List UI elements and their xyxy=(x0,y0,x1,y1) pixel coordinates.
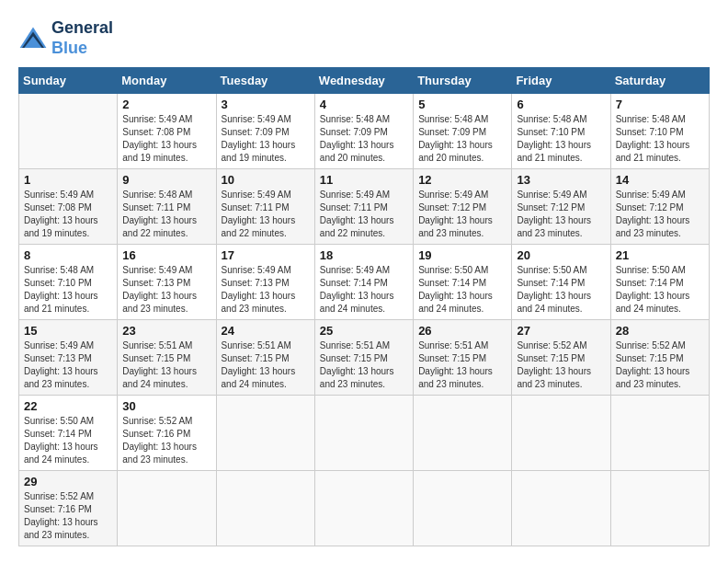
header-row: SundayMondayTuesdayWednesdayThursdayFrid… xyxy=(19,68,710,94)
calendar-week-3: 15Sunrise: 5:49 AM Sunset: 7:13 PM Dayli… xyxy=(19,320,710,396)
calendar-cell xyxy=(512,396,610,471)
day-number: 11 xyxy=(320,173,408,187)
day-info: Sunrise: 5:49 AM Sunset: 7:14 PM Dayligh… xyxy=(320,264,408,316)
column-header-sunday: Sunday xyxy=(19,68,118,94)
calendar-week-5: 29Sunrise: 5:52 AM Sunset: 7:16 PM Dayli… xyxy=(19,471,710,546)
day-info: Sunrise: 5:51 AM Sunset: 7:15 PM Dayligh… xyxy=(222,339,310,391)
day-number: 26 xyxy=(418,324,506,338)
day-number: 8 xyxy=(24,248,112,262)
calendar-cell: 21Sunrise: 5:50 AM Sunset: 7:14 PM Dayli… xyxy=(610,245,709,320)
day-info: Sunrise: 5:51 AM Sunset: 7:15 PM Dayligh… xyxy=(320,339,408,391)
day-number: 17 xyxy=(222,248,310,262)
day-info: Sunrise: 5:48 AM Sunset: 7:09 PM Dayligh… xyxy=(320,113,408,165)
day-info: Sunrise: 5:49 AM Sunset: 7:13 PM Dayligh… xyxy=(24,339,112,391)
day-number: 3 xyxy=(222,98,310,111)
day-info: Sunrise: 5:49 AM Sunset: 7:11 PM Dayligh… xyxy=(320,189,408,240)
day-info: Sunrise: 5:52 AM Sunset: 7:15 PM Dayligh… xyxy=(616,339,704,391)
day-info: Sunrise: 5:49 AM Sunset: 7:09 PM Dayligh… xyxy=(222,113,310,165)
column-header-monday: Monday xyxy=(118,68,216,94)
day-number: 13 xyxy=(517,173,605,187)
day-number: 6 xyxy=(517,98,605,111)
day-info: Sunrise: 5:51 AM Sunset: 7:15 PM Dayligh… xyxy=(122,339,210,391)
calendar-cell xyxy=(414,396,512,471)
day-number: 20 xyxy=(517,248,605,262)
calendar-cell: 3Sunrise: 5:49 AM Sunset: 7:09 PM Daylig… xyxy=(216,94,314,169)
calendar-cell xyxy=(414,471,512,546)
calendar-cell xyxy=(610,471,709,546)
day-number: 24 xyxy=(222,324,310,338)
day-info: Sunrise: 5:48 AM Sunset: 7:10 PM Dayligh… xyxy=(517,113,605,165)
day-number: 5 xyxy=(418,98,506,111)
calendar-cell xyxy=(512,471,610,546)
calendar-cell: 23Sunrise: 5:51 AM Sunset: 7:15 PM Dayli… xyxy=(118,320,216,396)
calendar-cell: 18Sunrise: 5:49 AM Sunset: 7:14 PM Dayli… xyxy=(314,245,413,320)
day-info: Sunrise: 5:49 AM Sunset: 7:11 PM Dayligh… xyxy=(222,189,310,240)
logo: General Blue xyxy=(18,18,113,58)
column-header-friday: Friday xyxy=(512,68,610,94)
calendar-cell: 6Sunrise: 5:48 AM Sunset: 7:10 PM Daylig… xyxy=(512,94,610,169)
calendar-cell: 9Sunrise: 5:48 AM Sunset: 7:11 PM Daylig… xyxy=(118,169,216,245)
calendar-cell: 7Sunrise: 5:48 AM Sunset: 7:10 PM Daylig… xyxy=(610,94,709,169)
day-info: Sunrise: 5:52 AM Sunset: 7:15 PM Dayligh… xyxy=(517,339,605,391)
calendar-week-4: 22Sunrise: 5:50 AM Sunset: 7:14 PM Dayli… xyxy=(19,396,710,471)
calendar-cell xyxy=(19,94,118,169)
day-info: Sunrise: 5:50 AM Sunset: 7:14 PM Dayligh… xyxy=(517,264,605,316)
calendar-cell: 20Sunrise: 5:50 AM Sunset: 7:14 PM Dayli… xyxy=(512,245,610,320)
column-header-saturday: Saturday xyxy=(610,68,709,94)
column-header-thursday: Thursday xyxy=(414,68,512,94)
day-info: Sunrise: 5:49 AM Sunset: 7:12 PM Dayligh… xyxy=(418,189,506,240)
calendar-header: SundayMondayTuesdayWednesdayThursdayFrid… xyxy=(19,68,710,94)
day-info: Sunrise: 5:48 AM Sunset: 7:09 PM Dayligh… xyxy=(418,113,506,165)
day-number: 18 xyxy=(320,248,408,262)
calendar-cell: 11Sunrise: 5:49 AM Sunset: 7:11 PM Dayli… xyxy=(314,169,413,245)
day-info: Sunrise: 5:49 AM Sunset: 7:12 PM Dayligh… xyxy=(517,189,605,240)
calendar-cell: 25Sunrise: 5:51 AM Sunset: 7:15 PM Dayli… xyxy=(314,320,413,396)
day-info: Sunrise: 5:51 AM Sunset: 7:15 PM Dayligh… xyxy=(418,339,506,391)
day-number: 16 xyxy=(122,248,210,262)
day-number: 4 xyxy=(320,98,408,111)
page-header: General Blue xyxy=(18,18,710,58)
calendar-cell: 1Sunrise: 5:49 AM Sunset: 7:08 PM Daylig… xyxy=(19,169,118,245)
day-info: Sunrise: 5:50 AM Sunset: 7:14 PM Dayligh… xyxy=(616,264,704,316)
calendar-cell: 4Sunrise: 5:48 AM Sunset: 7:09 PM Daylig… xyxy=(314,94,413,169)
calendar-body: 2Sunrise: 5:49 AM Sunset: 7:08 PM Daylig… xyxy=(19,94,710,546)
day-number: 15 xyxy=(24,324,112,338)
day-number: 30 xyxy=(122,399,210,413)
day-number: 23 xyxy=(122,324,210,338)
calendar-cell: 28Sunrise: 5:52 AM Sunset: 7:15 PM Dayli… xyxy=(610,320,709,396)
logo-icon xyxy=(18,26,48,52)
calendar-cell xyxy=(118,471,216,546)
day-info: Sunrise: 5:48 AM Sunset: 7:10 PM Dayligh… xyxy=(24,264,112,316)
calendar-cell: 27Sunrise: 5:52 AM Sunset: 7:15 PM Dayli… xyxy=(512,320,610,396)
calendar-cell xyxy=(314,471,413,546)
day-number: 2 xyxy=(122,98,210,111)
logo-text: General Blue xyxy=(51,18,113,58)
day-info: Sunrise: 5:49 AM Sunset: 7:08 PM Dayligh… xyxy=(122,113,210,165)
day-number: 22 xyxy=(24,399,112,413)
day-number: 14 xyxy=(616,173,704,187)
calendar-cell: 10Sunrise: 5:49 AM Sunset: 7:11 PM Dayli… xyxy=(216,169,314,245)
day-number: 10 xyxy=(222,173,310,187)
day-info: Sunrise: 5:49 AM Sunset: 7:08 PM Dayligh… xyxy=(24,189,112,240)
calendar-cell: 24Sunrise: 5:51 AM Sunset: 7:15 PM Dayli… xyxy=(216,320,314,396)
calendar-cell: 12Sunrise: 5:49 AM Sunset: 7:12 PM Dayli… xyxy=(414,169,512,245)
column-header-wednesday: Wednesday xyxy=(314,68,413,94)
calendar-cell: 2Sunrise: 5:49 AM Sunset: 7:08 PM Daylig… xyxy=(118,94,216,169)
day-number: 29 xyxy=(24,475,112,488)
calendar-cell: 14Sunrise: 5:49 AM Sunset: 7:12 PM Dayli… xyxy=(610,169,709,245)
day-info: Sunrise: 5:52 AM Sunset: 7:16 PM Dayligh… xyxy=(24,490,112,542)
day-number: 7 xyxy=(616,98,704,111)
day-number: 12 xyxy=(418,173,506,187)
day-info: Sunrise: 5:50 AM Sunset: 7:14 PM Dayligh… xyxy=(24,415,112,466)
calendar-cell: 26Sunrise: 5:51 AM Sunset: 7:15 PM Dayli… xyxy=(414,320,512,396)
calendar-cell xyxy=(610,396,709,471)
column-header-tuesday: Tuesday xyxy=(216,68,314,94)
calendar-cell: 5Sunrise: 5:48 AM Sunset: 7:09 PM Daylig… xyxy=(414,94,512,169)
calendar-table: SundayMondayTuesdayWednesdayThursdayFrid… xyxy=(18,67,710,546)
day-number: 1 xyxy=(24,173,112,187)
calendar-cell: 30Sunrise: 5:52 AM Sunset: 7:16 PM Dayli… xyxy=(118,396,216,471)
calendar-cell xyxy=(314,396,413,471)
calendar-cell: 15Sunrise: 5:49 AM Sunset: 7:13 PM Dayli… xyxy=(19,320,118,396)
day-info: Sunrise: 5:52 AM Sunset: 7:16 PM Dayligh… xyxy=(122,415,210,466)
calendar-cell: 16Sunrise: 5:49 AM Sunset: 7:13 PM Dayli… xyxy=(118,245,216,320)
